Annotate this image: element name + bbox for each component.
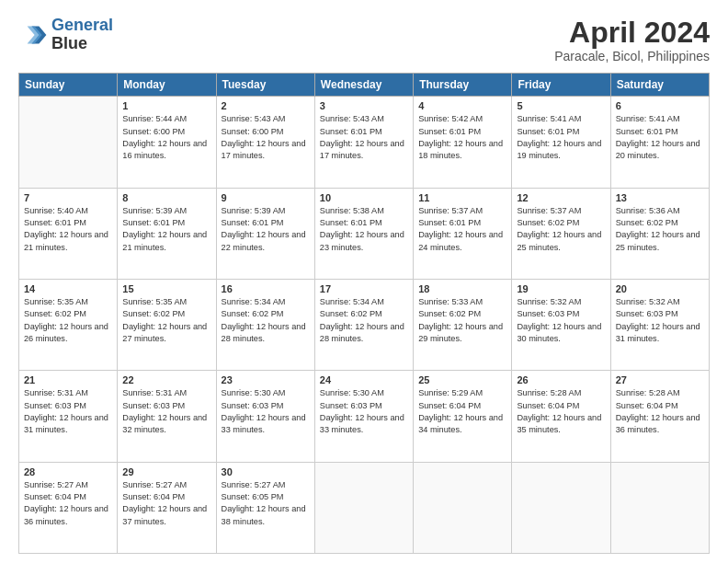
day-cell: 30Sunrise: 5:27 AM Sunset: 6:05 PM Dayli… xyxy=(216,462,314,553)
day-info: Sunrise: 5:30 AM Sunset: 6:03 PM Dayligh… xyxy=(320,387,408,436)
day-number: 10 xyxy=(320,192,408,203)
day-cell: 29Sunrise: 5:27 AM Sunset: 6:04 PM Dayli… xyxy=(118,462,216,553)
week-row-3: 14Sunrise: 5:35 AM Sunset: 6:02 PM Dayli… xyxy=(19,279,710,370)
day-info: Sunrise: 5:36 AM Sunset: 6:02 PM Dayligh… xyxy=(616,205,704,254)
day-cell: 10Sunrise: 5:38 AM Sunset: 6:01 PM Dayli… xyxy=(314,188,413,279)
day-info: Sunrise: 5:32 AM Sunset: 6:03 PM Dayligh… xyxy=(616,296,704,345)
day-info: Sunrise: 5:27 AM Sunset: 6:05 PM Dayligh… xyxy=(222,479,310,528)
day-number: 21 xyxy=(24,374,112,385)
day-number: 30 xyxy=(222,466,310,477)
day-number: 28 xyxy=(24,466,112,477)
week-row-4: 21Sunrise: 5:31 AM Sunset: 6:03 PM Dayli… xyxy=(19,371,710,462)
day-info: Sunrise: 5:43 AM Sunset: 6:01 PM Dayligh… xyxy=(320,113,408,162)
logo: General Blue xyxy=(18,17,113,53)
day-number: 19 xyxy=(517,283,605,294)
day-number: 8 xyxy=(122,192,210,203)
day-info: Sunrise: 5:43 AM Sunset: 6:00 PM Dayligh… xyxy=(222,113,310,162)
day-number: 16 xyxy=(222,283,310,294)
day-info: Sunrise: 5:32 AM Sunset: 6:03 PM Dayligh… xyxy=(517,296,605,345)
weekday-header-tuesday: Tuesday xyxy=(216,74,314,97)
day-info: Sunrise: 5:27 AM Sunset: 6:04 PM Dayligh… xyxy=(122,479,210,528)
day-number: 1 xyxy=(122,100,210,111)
day-cell: 11Sunrise: 5:37 AM Sunset: 6:01 PM Dayli… xyxy=(414,188,512,279)
weekday-header-row: SundayMondayTuesdayWednesdayThursdayFrid… xyxy=(19,74,710,97)
day-info: Sunrise: 5:28 AM Sunset: 6:04 PM Dayligh… xyxy=(517,387,605,436)
day-number: 7 xyxy=(24,192,112,203)
week-row-5: 28Sunrise: 5:27 AM Sunset: 6:04 PM Dayli… xyxy=(19,462,710,553)
weekday-header-thursday: Thursday xyxy=(414,74,512,97)
day-cell: 20Sunrise: 5:32 AM Sunset: 6:03 PM Dayli… xyxy=(610,279,709,370)
day-info: Sunrise: 5:29 AM Sunset: 6:04 PM Dayligh… xyxy=(418,387,506,436)
day-info: Sunrise: 5:30 AM Sunset: 6:03 PM Dayligh… xyxy=(222,387,310,436)
day-info: Sunrise: 5:39 AM Sunset: 6:01 PM Dayligh… xyxy=(122,205,210,254)
day-number: 17 xyxy=(320,283,408,294)
day-cell: 19Sunrise: 5:32 AM Sunset: 6:03 PM Dayli… xyxy=(512,279,610,370)
day-number: 29 xyxy=(122,466,210,477)
day-cell: 12Sunrise: 5:37 AM Sunset: 6:02 PM Dayli… xyxy=(512,188,610,279)
day-cell: 24Sunrise: 5:30 AM Sunset: 6:03 PM Dayli… xyxy=(314,371,413,462)
day-info: Sunrise: 5:37 AM Sunset: 6:02 PM Dayligh… xyxy=(517,205,605,254)
weekday-header-wednesday: Wednesday xyxy=(314,74,413,97)
day-cell: 26Sunrise: 5:28 AM Sunset: 6:04 PM Dayli… xyxy=(512,371,610,462)
day-cell: 21Sunrise: 5:31 AM Sunset: 6:03 PM Dayli… xyxy=(19,371,118,462)
day-info: Sunrise: 5:41 AM Sunset: 6:01 PM Dayligh… xyxy=(616,113,704,162)
day-number: 3 xyxy=(320,100,408,111)
day-cell: 4Sunrise: 5:42 AM Sunset: 6:01 PM Daylig… xyxy=(414,97,512,188)
logo-icon xyxy=(18,20,48,50)
day-cell xyxy=(610,462,709,553)
day-info: Sunrise: 5:39 AM Sunset: 6:01 PM Dayligh… xyxy=(222,205,310,254)
day-cell: 18Sunrise: 5:33 AM Sunset: 6:02 PM Dayli… xyxy=(414,279,512,370)
day-number: 26 xyxy=(517,374,605,385)
day-info: Sunrise: 5:31 AM Sunset: 6:03 PM Dayligh… xyxy=(122,387,210,436)
day-cell: 1Sunrise: 5:44 AM Sunset: 6:00 PM Daylig… xyxy=(118,97,216,188)
day-info: Sunrise: 5:35 AM Sunset: 6:02 PM Dayligh… xyxy=(122,296,210,345)
weekday-header-sunday: Sunday xyxy=(19,74,118,97)
day-info: Sunrise: 5:31 AM Sunset: 6:03 PM Dayligh… xyxy=(24,387,112,436)
day-number: 24 xyxy=(320,374,408,385)
day-info: Sunrise: 5:34 AM Sunset: 6:02 PM Dayligh… xyxy=(320,296,408,345)
day-info: Sunrise: 5:27 AM Sunset: 6:04 PM Dayligh… xyxy=(24,479,112,528)
day-number: 5 xyxy=(517,100,605,111)
day-cell xyxy=(19,97,118,188)
day-number: 23 xyxy=(222,374,310,385)
day-number: 14 xyxy=(24,283,112,294)
day-cell: 27Sunrise: 5:28 AM Sunset: 6:04 PM Dayli… xyxy=(610,371,709,462)
day-cell: 28Sunrise: 5:27 AM Sunset: 6:04 PM Dayli… xyxy=(19,462,118,553)
day-info: Sunrise: 5:44 AM Sunset: 6:00 PM Dayligh… xyxy=(122,113,210,162)
day-cell: 9Sunrise: 5:39 AM Sunset: 6:01 PM Daylig… xyxy=(216,188,314,279)
weekday-header-monday: Monday xyxy=(118,74,216,97)
day-cell: 17Sunrise: 5:34 AM Sunset: 6:02 PM Dayli… xyxy=(314,279,413,370)
day-cell: 22Sunrise: 5:31 AM Sunset: 6:03 PM Dayli… xyxy=(118,371,216,462)
weekday-header-saturday: Saturday xyxy=(610,74,709,97)
calendar-table: SundayMondayTuesdayWednesdayThursdayFrid… xyxy=(18,73,710,554)
week-row-1: 1Sunrise: 5:44 AM Sunset: 6:00 PM Daylig… xyxy=(19,97,710,188)
day-cell: 23Sunrise: 5:30 AM Sunset: 6:03 PM Dayli… xyxy=(216,371,314,462)
day-info: Sunrise: 5:38 AM Sunset: 6:01 PM Dayligh… xyxy=(320,205,408,254)
month-title: April 2024 xyxy=(554,17,710,49)
title-block: April 2024 Paracale, Bicol, Philippines xyxy=(554,17,710,63)
day-info: Sunrise: 5:40 AM Sunset: 6:01 PM Dayligh… xyxy=(24,205,112,254)
day-number: 25 xyxy=(418,374,506,385)
week-row-2: 7Sunrise: 5:40 AM Sunset: 6:01 PM Daylig… xyxy=(19,188,710,279)
day-info: Sunrise: 5:41 AM Sunset: 6:01 PM Dayligh… xyxy=(517,113,605,162)
day-cell xyxy=(512,462,610,553)
day-cell: 8Sunrise: 5:39 AM Sunset: 6:01 PM Daylig… xyxy=(118,188,216,279)
day-cell: 6Sunrise: 5:41 AM Sunset: 6:01 PM Daylig… xyxy=(610,97,709,188)
day-number: 13 xyxy=(616,192,704,203)
day-info: Sunrise: 5:33 AM Sunset: 6:02 PM Dayligh… xyxy=(418,296,506,345)
day-number: 4 xyxy=(418,100,506,111)
day-number: 11 xyxy=(418,192,506,203)
logo-line2: Blue xyxy=(51,35,113,53)
day-number: 18 xyxy=(418,283,506,294)
day-cell: 25Sunrise: 5:29 AM Sunset: 6:04 PM Dayli… xyxy=(414,371,512,462)
subtitle: Paracale, Bicol, Philippines xyxy=(554,49,710,63)
logo-text: General Blue xyxy=(51,17,113,53)
day-cell: 5Sunrise: 5:41 AM Sunset: 6:01 PM Daylig… xyxy=(512,97,610,188)
day-number: 27 xyxy=(616,374,704,385)
day-cell: 2Sunrise: 5:43 AM Sunset: 6:00 PM Daylig… xyxy=(216,97,314,188)
day-number: 2 xyxy=(222,100,310,111)
day-cell xyxy=(414,462,512,553)
logo-line1: General xyxy=(51,16,113,34)
day-number: 9 xyxy=(222,192,310,203)
day-cell: 7Sunrise: 5:40 AM Sunset: 6:01 PM Daylig… xyxy=(19,188,118,279)
